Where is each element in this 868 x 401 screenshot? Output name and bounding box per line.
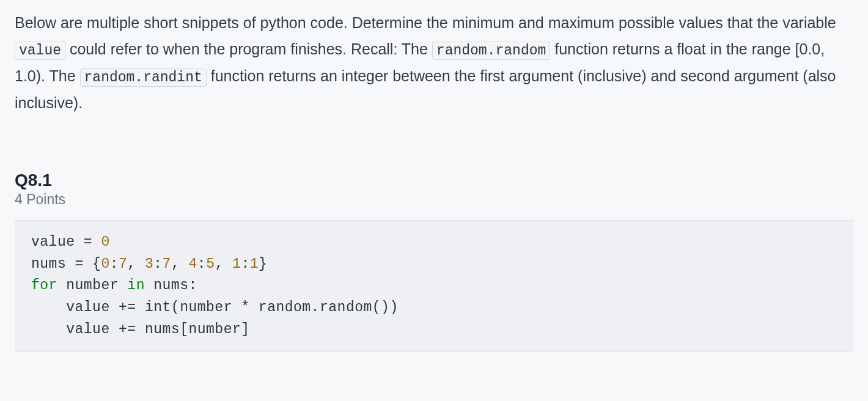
instructions-part-1: Below are multiple short snippets of pyt…	[15, 14, 836, 31]
code-line-1: value = 0	[31, 234, 110, 250]
question-number: Q8.1	[15, 171, 853, 190]
code-line-5: value += nums[number]	[31, 322, 250, 337]
code-line-2: nums = {0:7, 3:7, 4:5, 1:1}	[31, 256, 267, 272]
instructions-text: Below are multiple short snippets of pyt…	[15, 10, 853, 116]
inline-code-value: value	[15, 42, 65, 60]
code-block: value = 0 nums = {0:7, 3:7, 4:5, 1:1} fo…	[15, 220, 853, 352]
inline-code-random-random: random.random	[432, 42, 550, 60]
question-container: Below are multiple short snippets of pyt…	[0, 0, 868, 367]
code-line-3: for number in nums:	[31, 278, 197, 293]
inline-code-random-randint: random.randint	[80, 68, 207, 87]
question-header: Q8.1 4 Points	[15, 171, 853, 208]
question-points: 4 Points	[15, 191, 853, 208]
code-line-4: value += int(number * random.random())	[31, 300, 399, 315]
instructions-part-2: could refer to when the program finishes…	[65, 40, 432, 57]
